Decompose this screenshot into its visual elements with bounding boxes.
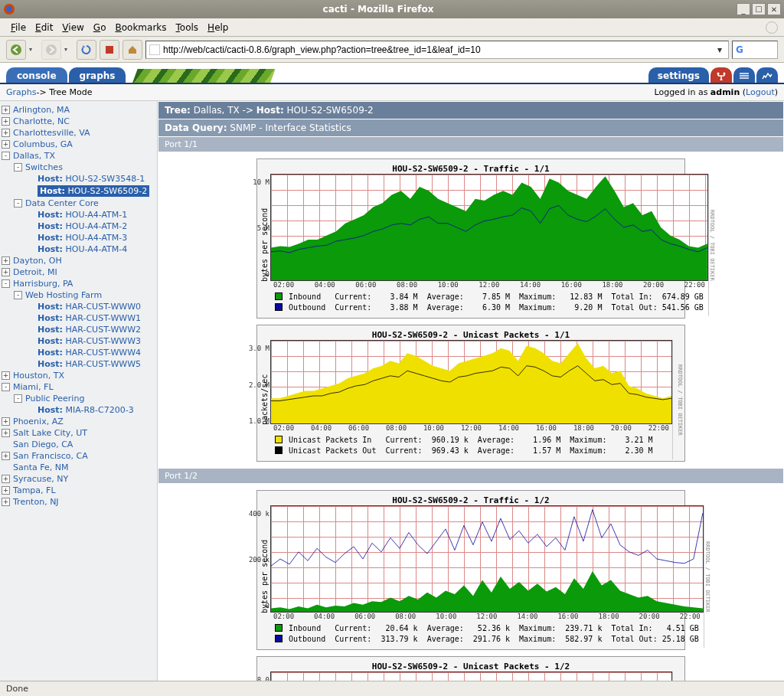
tree-host[interactable]: Host: HAR-CUST-WWW2 (2, 324, 155, 335)
search-box[interactable]: G (732, 41, 778, 59)
menu-tools[interactable]: Tools (172, 21, 204, 34)
tree-label[interactable]: Host: HOU-A4-ATM-1 (38, 210, 127, 220)
maximize-button[interactable]: ☐ (752, 3, 766, 15)
collapse-icon[interactable]: - (14, 163, 22, 172)
back-button[interactable] (6, 40, 26, 60)
tree-host[interactable]: Host: MIA-R8-C7200-3 (2, 404, 155, 416)
tree-item[interactable]: -Miami, FL (2, 381, 155, 393)
expand-icon[interactable]: + (2, 371, 10, 380)
tree-label[interactable]: Harrisburg, PA (13, 279, 73, 289)
collapse-icon[interactable]: - (14, 394, 22, 403)
tree-label[interactable]: Host: HAR-CUST-WWW4 (38, 348, 141, 358)
tree-item[interactable]: +Trenton, NJ (2, 496, 155, 508)
home-button[interactable] (122, 40, 142, 60)
tree-pane[interactable]: +Arlington, MA+Charlotte, NC+Charlottesv… (0, 101, 158, 681)
tree-host[interactable]: Host: HAR-CUST-WWW4 (2, 347, 155, 358)
collapse-icon[interactable]: - (2, 152, 10, 160)
menu-help[interactable]: Help (203, 21, 233, 34)
tree-label[interactable]: Host: HOU-A4-ATM-3 (38, 233, 127, 243)
tree-item[interactable]: +Charlotte, NC (2, 116, 155, 127)
menu-edit[interactable]: Edit (31, 21, 57, 34)
expand-icon[interactable]: + (2, 486, 10, 495)
tree-label[interactable]: Salt Lake City, UT (13, 428, 87, 438)
forward-history-dropdown[interactable]: ▾ (64, 46, 74, 53)
tree-label[interactable]: Syracuse, NY (13, 474, 68, 484)
tree-host[interactable]: Host: HOU-A4-ATM-2 (2, 221, 155, 232)
reload-button[interactable] (77, 40, 96, 60)
tree-label[interactable]: Charlotte, NC (13, 116, 70, 126)
tree-item[interactable]: +Dayton, OH (2, 255, 155, 266)
tree-label[interactable]: Host: HAR-CUST-WWW5 (38, 359, 141, 369)
graph-pane[interactable]: Tree: Dallas, TX -> Host: HOU-S2-SW6509-… (158, 101, 784, 681)
expand-icon[interactable]: + (2, 452, 10, 460)
tree-item[interactable]: San Diego, CA (2, 439, 155, 450)
logout-link[interactable]: Logout (746, 87, 775, 97)
tree-item[interactable]: +Arlington, MA (2, 104, 155, 116)
tree-label[interactable]: San Diego, CA (13, 439, 73, 449)
tree-label[interactable]: Public Peering (25, 394, 84, 404)
expand-icon[interactable]: + (2, 498, 10, 506)
tab-settings[interactable]: settings (648, 67, 709, 84)
tree-label[interactable]: Host: HAR-CUST-WWW3 (38, 336, 141, 346)
tree-label[interactable]: Web Hosting Farm (25, 290, 102, 300)
tree-label[interactable]: Host: MIA-R8-C7200-3 (38, 405, 134, 415)
tree-label[interactable]: Tampa, FL (13, 485, 56, 495)
close-button[interactable]: ✕ (767, 3, 781, 15)
tree-label[interactable]: Miami, FL (13, 382, 54, 392)
url-bar[interactable]: ▾ (145, 41, 729, 59)
expand-icon[interactable]: + (2, 129, 10, 137)
tree-item[interactable]: +Tampa, FL (2, 485, 155, 496)
expand-icon[interactable]: + (2, 117, 10, 126)
menu-view[interactable]: View (57, 21, 88, 34)
tree-label[interactable]: Dayton, OH (13, 256, 62, 266)
tree-label[interactable]: Detroit, MI (13, 267, 57, 277)
tree-label[interactable]: Charlottesville, VA (13, 128, 90, 138)
tree-item[interactable]: +Columbus, GA (2, 139, 155, 150)
menu-go[interactable]: Go (89, 21, 111, 34)
tree-label[interactable]: Dallas, TX (13, 151, 55, 161)
tree-host[interactable]: Host: HAR-CUST-WWW5 (2, 358, 155, 370)
menu-file[interactable]: File (6, 21, 31, 34)
tree-label[interactable]: Houston, TX (13, 371, 64, 381)
back-history-dropdown[interactable]: ▾ (29, 46, 38, 53)
tree-item[interactable]: -Public Peering (2, 393, 155, 404)
expand-icon[interactable]: + (2, 475, 10, 483)
tree-item[interactable]: +Salt Lake City, UT (2, 427, 155, 439)
collapse-icon[interactable]: - (14, 291, 22, 299)
tree-label[interactable]: Host: HAR-CUST-WWW1 (38, 313, 141, 323)
url-history-dropdown[interactable]: ▾ (714, 44, 725, 55)
collapse-icon[interactable]: - (2, 383, 10, 391)
tree-label[interactable]: Host: HAR-CUST-WWW0 (38, 302, 141, 312)
expand-icon[interactable]: + (2, 106, 10, 114)
url-input[interactable] (163, 44, 714, 55)
tree-label[interactable]: Trenton, NJ (13, 497, 59, 507)
stop-button[interactable] (100, 40, 119, 60)
tree-item[interactable]: +Detroit, MI (2, 266, 155, 278)
tree-host[interactable]: Host: HAR-CUST-WWW1 (2, 312, 155, 324)
tree-item[interactable]: Santa Fe, NM (2, 462, 155, 473)
collapse-icon[interactable]: - (14, 199, 22, 207)
tree-item[interactable]: -Switches (2, 162, 155, 173)
preview-view-icon[interactable] (756, 67, 778, 84)
tree-label[interactable]: Arlington, MA (13, 105, 70, 115)
tree-label[interactable]: Host: HOU-S2-SW6509-2 (38, 185, 149, 197)
tree-item[interactable]: -Data Center Core (2, 198, 155, 209)
tree-item[interactable]: +San Francisco, CA (2, 450, 155, 462)
tree-item[interactable]: -Harrisburg, PA (2, 278, 155, 289)
tree-host[interactable]: Host: HOU-A4-ATM-3 (2, 232, 155, 243)
tree-label[interactable]: Phoenix, AZ (13, 417, 64, 426)
tree-item[interactable]: +Syracuse, NY (2, 473, 155, 485)
tab-graphs[interactable]: graphs (69, 67, 126, 84)
forward-button[interactable] (41, 40, 61, 60)
tree-label[interactable]: Host: HOU-A4-ATM-2 (38, 221, 127, 231)
tree-host[interactable]: Host: HOU-A4-ATM-1 (2, 209, 155, 221)
graph-card[interactable]: HOU-S2-SW6509-2 - Unicast Packets - 1/2p… (256, 656, 685, 681)
tree-label[interactable]: Data Center Core (25, 198, 99, 208)
tree-label[interactable]: Host: HOU-A4-ATM-4 (38, 244, 127, 254)
graph-card[interactable]: HOU-S2-SW6509-2 - Traffic - 1/2bytes per… (256, 490, 685, 650)
tree-host[interactable]: Host: HAR-CUST-WWW0 (2, 301, 155, 312)
tree-label[interactable]: Santa Fe, NM (13, 462, 68, 472)
collapse-icon[interactable]: - (2, 279, 10, 288)
tree-label[interactable]: Host: HAR-CUST-WWW2 (38, 325, 141, 335)
expand-icon[interactable]: + (2, 140, 10, 149)
